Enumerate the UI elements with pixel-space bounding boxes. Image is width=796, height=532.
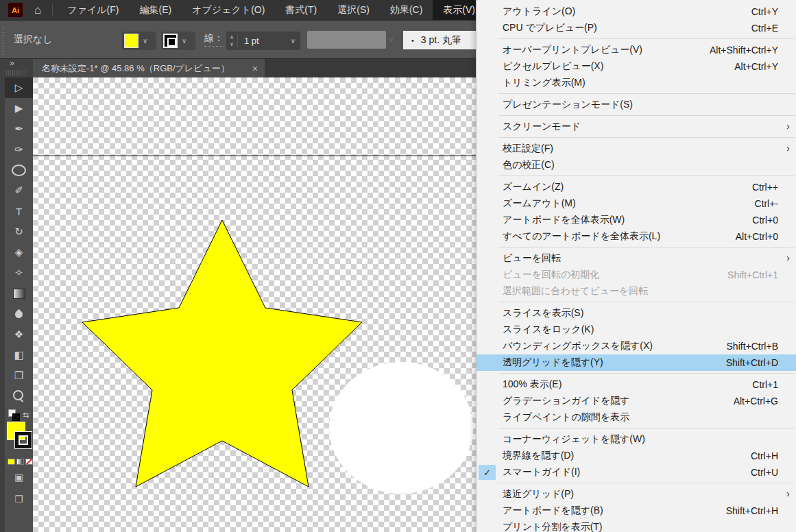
menu-item-label: アウトライン(O) xyxy=(503,5,575,18)
shape-builder-tool[interactable]: ◧ xyxy=(5,345,33,365)
stroke-width-field[interactable]: ∧ ∨ 1 pt ∨ xyxy=(226,32,300,50)
eyedropper-tool[interactable] xyxy=(5,304,33,324)
menu-item-label: すべてのアートボードを全体表示(L) xyxy=(503,230,660,243)
menu-item[interactable]: ズームアウト(M)Ctrl+- xyxy=(477,195,796,212)
menu-item-label: 色の校正(C) xyxy=(503,159,555,171)
fill-color-dropdown[interactable]: ∨ xyxy=(122,32,156,50)
menu-item[interactable]: バウンディングボックスを隠す(X)Shift+Ctrl+B xyxy=(477,338,796,354)
gradient-button[interactable] xyxy=(16,459,24,465)
toolbar-grip[interactable] xyxy=(6,70,25,75)
menu-item[interactable]: 遠近グリッド(P)› xyxy=(477,486,796,503)
pen-tool[interactable]: ✒ xyxy=(5,119,33,139)
menu-item[interactable]: スライスをロック(K) xyxy=(477,322,796,338)
menu-item[interactable]: CPU でプレビュー(P)Ctrl+E xyxy=(477,20,796,36)
app-logo-icon[interactable]: Ai xyxy=(8,3,23,17)
menu-item-shortcut: Shift+Ctrl+B xyxy=(727,341,778,352)
ellipse-tool[interactable] xyxy=(5,160,33,180)
menu-item[interactable]: スライスを表示(S) xyxy=(477,305,796,322)
menu-item[interactable]: トリミング表示(M) xyxy=(477,75,796,91)
close-icon[interactable]: × xyxy=(252,63,258,74)
none-button[interactable] xyxy=(25,459,33,465)
gradient-tool[interactable] xyxy=(5,283,33,304)
menu-item-label: ビューを回転の初期化 xyxy=(503,269,599,281)
menu-item[interactable]: ✓スマートガイド(I)Ctrl+U xyxy=(477,464,796,481)
menu-item[interactable]: ライブペイントの隙間を表示 xyxy=(477,409,796,426)
menu-item[interactable]: すべてのアートボードを全体表示(L)Alt+Ctrl+0 xyxy=(477,228,796,245)
menu-item[interactable]: グラデーションガイドを隠すAlt+Ctrl+G xyxy=(477,393,796,409)
menu-item-label: 遠近グリッド(P) xyxy=(503,488,574,500)
default-fill-stroke-icon[interactable] xyxy=(8,409,21,420)
stepper-down-icon[interactable]: ∨ xyxy=(230,41,234,48)
color-button[interactable] xyxy=(8,459,15,465)
menu-item[interactable]: ズームイン(Z)Ctrl++ xyxy=(477,179,796,195)
menubar-item[interactable]: オブジェクト(O) xyxy=(182,0,275,20)
collapse-panel-icon[interactable]: » xyxy=(10,58,14,68)
paintbrush-tool[interactable]: ✐ xyxy=(5,180,33,201)
menubar-item[interactable]: 書式(T) xyxy=(275,0,327,20)
menu-item[interactable]: 境界線を隠す(D)Ctrl+H xyxy=(477,448,796,464)
menu-item[interactable]: アートボードを隠す(B)Shift+Ctrl+H xyxy=(477,503,796,519)
stroke-width-value[interactable]: 1 pt xyxy=(244,36,259,46)
home-icon[interactable]: ⌂ xyxy=(34,4,41,16)
menu-item[interactable]: 100% 表示(E)Ctrl+1 xyxy=(477,376,796,393)
curvature-tool[interactable]: ✑ xyxy=(5,139,33,160)
circle-shape[interactable] xyxy=(329,362,473,494)
menu-item-label: ライブペイントの隙間を表示 xyxy=(503,411,629,424)
fill-color-swatch[interactable] xyxy=(124,34,138,48)
eraser-tool[interactable]: ◈ xyxy=(5,242,33,263)
menu-item[interactable]: 校正設定(F)› xyxy=(477,141,796,157)
menu-item-shortcut: Shift+Ctrl+D xyxy=(726,357,778,368)
blend-tool[interactable]: ❖ xyxy=(5,324,33,345)
menu-item[interactable]: アウトライン(O)Ctrl+Y xyxy=(477,3,796,20)
swap-fill-stroke-icon[interactable]: ⇆ xyxy=(23,411,29,420)
menu-separator xyxy=(498,115,795,116)
control-bar-grip[interactable] xyxy=(2,25,4,55)
stroke-width-stepper[interactable]: ∧ ∨ xyxy=(226,34,238,47)
checkmark-icon: ✓ xyxy=(479,465,496,480)
menubar-item[interactable]: ファイル(F) xyxy=(57,0,129,20)
artboard-tool[interactable]: ❐ xyxy=(5,365,33,386)
menu-item-shortcut: Alt+Ctrl+Y xyxy=(734,61,778,72)
type-tool[interactable]: T xyxy=(5,201,33,221)
tools-panel: ▷▶✒✑✐T↻◈✧❖◧❐⇆▣❐ xyxy=(0,77,33,532)
shaper-tool[interactable]: ✧ xyxy=(5,263,33,283)
menu-item[interactable]: 色の校正(C) xyxy=(477,157,796,173)
direct-selection-tool[interactable]: ▶ xyxy=(5,98,33,119)
menu-item[interactable]: コーナーウィジェットを隠す(W) xyxy=(477,431,796,448)
stepper-up-icon[interactable]: ∧ xyxy=(230,34,234,41)
menu-item[interactable]: プレゼンテーションモード(S) xyxy=(477,97,796,113)
rotate-view-tool[interactable]: ↻ xyxy=(5,221,33,242)
menu-item-shortcut: Ctrl+0 xyxy=(752,215,778,226)
stroke-color-dropdown[interactable]: ∨ xyxy=(161,32,195,50)
menu-item-shortcut: Ctrl+U xyxy=(751,467,778,478)
zoom-tool[interactable] xyxy=(5,386,33,407)
stroke-indicator[interactable] xyxy=(15,432,32,448)
menu-item[interactable]: オーバープリントプレビュー(V)Alt+Shift+Ctrl+Y xyxy=(477,42,796,58)
chevron-down-icon: ∨ xyxy=(389,21,394,58)
menubar-item[interactable]: 編集(E) xyxy=(129,0,182,20)
menu-item[interactable]: ビューを回転› xyxy=(477,250,796,267)
variable-width-profile-dropdown xyxy=(307,31,386,49)
brush-preview-icon: • xyxy=(411,36,414,45)
menu-item[interactable]: スクリーンモード› xyxy=(477,119,796,135)
menu-item-shortcut: Shift+Ctrl+1 xyxy=(727,269,778,280)
chevron-down-icon[interactable]: ∨ xyxy=(291,37,296,45)
document-tab[interactable]: 名称未設定-1* @ 45.86 %（RGB/プレビュー） × xyxy=(33,59,265,78)
menubar-item[interactable]: 選択(S) xyxy=(327,0,380,20)
screen-mode-button[interactable]: ❐ xyxy=(5,489,33,509)
shape-builder-tool-icon: ◧ xyxy=(14,349,23,361)
menubar-item[interactable]: 効果(C) xyxy=(380,0,433,20)
menu-item[interactable]: アートボードを全体表示(W)Ctrl+0 xyxy=(477,212,796,228)
menu-item-label: CPU でプレビュー(P) xyxy=(503,22,597,34)
menu-item[interactable]: プリント分割を表示(T) xyxy=(477,519,796,532)
selection-tool[interactable]: ▷ xyxy=(5,77,33,98)
submenu-arrow-icon: › xyxy=(786,252,790,263)
star-shape[interactable] xyxy=(82,220,362,487)
draw-mode-button[interactable]: ▣ xyxy=(5,468,33,487)
menu-item-shortcut: Ctrl+E xyxy=(751,23,778,34)
stroke-color-swatch[interactable] xyxy=(163,34,178,48)
menubar-items: ファイル(F)編集(E)オブジェクト(O)書式(T)選択(S)効果(C)表示(V… xyxy=(57,0,485,20)
menu-separator xyxy=(498,373,795,374)
menu-item[interactable]: 透明グリッドを隠す(Y)Shift+Ctrl+D xyxy=(477,354,796,371)
menu-item[interactable]: ピクセルプレビュー(X)Alt+Ctrl+Y xyxy=(477,58,796,75)
